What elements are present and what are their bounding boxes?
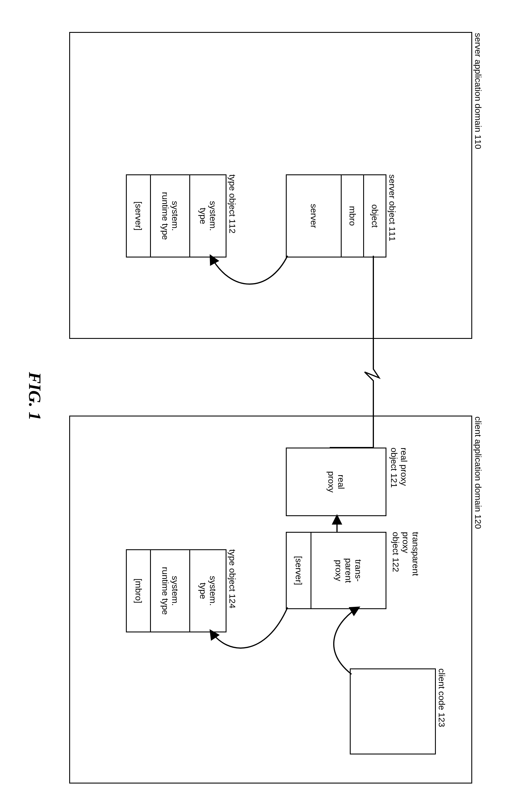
server-type-row-1: system. runtime type	[150, 175, 189, 257]
real-proxy-row-0: real proxy	[287, 448, 386, 515]
server-object-row-0: object	[363, 175, 386, 257]
real-proxy-label: real proxy object 121	[389, 448, 409, 488]
client-code-box	[350, 668, 436, 754]
trans-proxy-label: transparent proxy object 122	[391, 532, 420, 576]
server-object-label: server object 111	[387, 174, 397, 241]
real-proxy-box: real proxy	[286, 448, 387, 516]
server-type-row-0: system. type	[189, 175, 226, 257]
client-code-label: client code 123	[437, 668, 447, 727]
client-code-row-0	[351, 669, 435, 754]
trans-proxy-row-1: [server]	[287, 533, 311, 608]
client-type-row-1: system. runtime type	[150, 550, 189, 632]
server-object-row-2: server	[287, 175, 341, 257]
client-domain-title: client application domain 120	[473, 417, 483, 529]
server-domain-title: server application domain 110	[473, 33, 483, 149]
trans-proxy-box: trans- parent proxy [server]	[286, 532, 387, 609]
trans-proxy-row-0: trans- parent proxy	[311, 533, 386, 608]
client-type-object-label: type object 124	[227, 549, 237, 608]
server-type-object-label: type object 112	[227, 174, 237, 233]
server-type-object-box: system. type system. runtime type [serve…	[126, 174, 227, 258]
client-type-row-0: system. type	[189, 550, 226, 632]
server-type-row-2: [server]	[127, 175, 150, 257]
server-object-row-1: mbro	[341, 175, 363, 257]
client-type-object-box: system. type system. runtime type [mbro]	[126, 549, 227, 632]
server-object-box: object mbro server	[286, 174, 387, 258]
client-type-row-2: [mbro]	[127, 550, 150, 632]
figure-caption: FIG. 1	[25, 372, 45, 421]
